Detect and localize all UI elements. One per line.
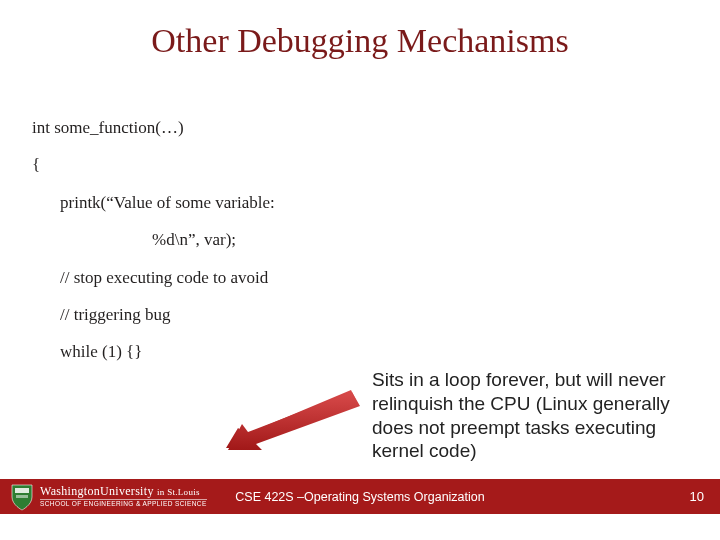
code-line-7: while (1) {}	[32, 342, 275, 362]
footer-course: CSE 422S –Operating Systems Organization	[0, 490, 720, 504]
code-line-1: int some_function(…)	[32, 118, 275, 138]
slide: Other Debugging Mechanisms int some_func…	[0, 0, 720, 540]
svg-marker-1	[228, 392, 360, 450]
code-block: int some_function(…) { printk(“Value of …	[32, 118, 275, 380]
annotation-text: Sits in a loop forever, but will never r…	[372, 368, 692, 463]
arrow-icon	[222, 390, 362, 450]
code-line-3: printk(“Value of some variable:	[32, 193, 275, 213]
page-number: 10	[690, 489, 704, 504]
code-line-5: // stop executing code to avoid	[32, 268, 275, 288]
footer-bar: WashingtonUniversity in St.Louis SCHOOL …	[0, 479, 720, 514]
code-line-6: // triggering bug	[32, 305, 275, 325]
code-line-2: {	[32, 155, 275, 175]
code-line-4: %d\n”, var);	[32, 230, 275, 250]
slide-title: Other Debugging Mechanisms	[0, 22, 720, 60]
